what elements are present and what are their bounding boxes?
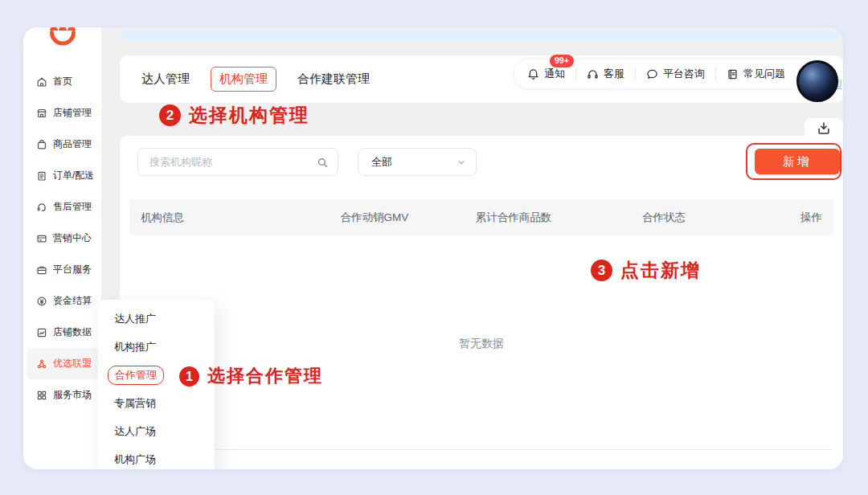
sidebar: 首页 店铺管理 商品管理 订单/配送 售后管理 营销中心 bbox=[23, 27, 101, 469]
submenu-label: 机构广场 bbox=[114, 452, 156, 467]
download-icon bbox=[817, 121, 831, 142]
annotation-step-2: 2 选择机构管理 bbox=[159, 103, 309, 128]
market-icon bbox=[36, 390, 47, 401]
sidebar-item-label: 平台服务 bbox=[53, 263, 92, 276]
submenu-label: 达人广场 bbox=[114, 424, 156, 439]
sidebar-item-aftersales-manage[interactable]: 售后管理 bbox=[27, 191, 100, 223]
col-actions: 操作 bbox=[800, 199, 822, 235]
submenu-item-exclusive-marketing[interactable]: 专属营销 bbox=[98, 389, 215, 417]
sidebar-item-platform-services[interactable]: 平台服务 bbox=[27, 254, 100, 285]
sidebar-item-label: 商品管理 bbox=[53, 137, 92, 151]
sidebar-item-label: 订单/配送 bbox=[53, 169, 94, 182]
col-coop-gmv: 合作动销GMV bbox=[310, 199, 439, 235]
faq-button[interactable]: 常见问题 bbox=[727, 67, 785, 81]
divider bbox=[635, 68, 636, 80]
divider bbox=[715, 68, 716, 80]
submenu-label: 达人推广 bbox=[114, 312, 156, 326]
tab-bar: 达人管理 机构管理 合作建联管理 通知 99+ 客服 bbox=[120, 55, 843, 103]
tab-daren-manage[interactable]: 达人管理 bbox=[141, 72, 190, 87]
submenu-label: 机构推广 bbox=[114, 340, 156, 354]
sidebar-item-label: 售后管理 bbox=[53, 200, 92, 214]
col-total-products: 累计合作商品数 bbox=[449, 199, 578, 235]
sidebar-item-home[interactable]: 首页 bbox=[27, 66, 100, 97]
product-icon bbox=[36, 139, 47, 150]
sidebar-item-label: 营销中心 bbox=[53, 231, 92, 245]
chevron-down-icon bbox=[457, 158, 466, 167]
sidebar-item-label: 店铺数据 bbox=[53, 325, 92, 339]
platform-consult-label: 平台咨询 bbox=[663, 67, 705, 81]
quick-actions-bar: 通知 99+ 客服 平台咨询 常见问题 bbox=[514, 59, 828, 89]
faq-doc-icon bbox=[727, 68, 739, 80]
order-icon bbox=[36, 170, 47, 182]
data-icon bbox=[36, 327, 47, 338]
sidebar-item-label: 店铺管理 bbox=[53, 106, 92, 120]
submenu-item-org-promo[interactable]: 机构推广 bbox=[98, 333, 215, 361]
funds-icon bbox=[36, 296, 47, 307]
annotation-step-1: 1 选择合作管理 bbox=[179, 364, 323, 388]
bell-icon bbox=[527, 68, 539, 80]
notification-badge: 99+ bbox=[550, 55, 574, 68]
empty-state-text: 暂无数据 bbox=[120, 337, 843, 351]
sidebar-item-service-market[interactable]: 服务市场 bbox=[27, 379, 100, 411]
tab-org-manage[interactable]: 机构管理 bbox=[211, 67, 276, 92]
sidebar-item-funds-settlement[interactable]: 资金结算 bbox=[27, 285, 100, 317]
search-org-field bbox=[137, 148, 338, 176]
step-1-number: 1 bbox=[179, 366, 199, 387]
chat-icon bbox=[646, 68, 658, 80]
step-3-number: 3 bbox=[591, 260, 612, 281]
divider bbox=[575, 68, 576, 80]
submenu-item-daren-plaza[interactable]: 达人广场 bbox=[98, 417, 215, 445]
table-header-row: 机构信息 合作动销GMV 累计合作商品数 合作状态 操作 bbox=[129, 199, 833, 235]
export-button[interactable] bbox=[805, 118, 843, 142]
sidebar-item-shop-data[interactable]: 店铺数据 bbox=[27, 317, 100, 348]
submenu-item-daren-promo[interactable]: 达人推广 bbox=[98, 305, 215, 333]
alliance-icon bbox=[36, 358, 47, 370]
sidebar-item-orders-delivery[interactable]: 订单/配送 bbox=[27, 160, 100, 191]
notice-banner bbox=[120, 31, 840, 41]
step-1-text: 选择合作管理 bbox=[207, 364, 323, 388]
annotation-step-3: 3 点击新增 bbox=[591, 258, 701, 283]
step-3-text: 点击新增 bbox=[620, 258, 701, 283]
avatar[interactable] bbox=[796, 60, 838, 102]
search-icon[interactable] bbox=[317, 157, 329, 169]
sidebar-item-label: 服务市场 bbox=[53, 388, 92, 402]
home-icon bbox=[36, 76, 47, 88]
status-filter-select[interactable]: 全部 bbox=[358, 148, 477, 176]
sidebar-item-product-manage[interactable]: 商品管理 bbox=[27, 129, 100, 160]
customer-service-label: 客服 bbox=[604, 67, 624, 81]
table-bottom-divider bbox=[129, 449, 833, 450]
shop-icon bbox=[36, 108, 47, 119]
platform-icon bbox=[36, 264, 47, 276]
search-input[interactable] bbox=[138, 149, 338, 175]
sidebar-item-label: 优选联盟 bbox=[53, 357, 92, 370]
sidebar-item-marketing-center[interactable]: 营销中心 bbox=[27, 223, 100, 254]
submenu-item-org-plaza[interactable]: 机构广场 bbox=[98, 445, 215, 470]
sidebar-item-shop-manage[interactable]: 店铺管理 bbox=[27, 97, 100, 129]
platform-consult-button[interactable]: 平台咨询 bbox=[646, 67, 705, 81]
marketing-icon bbox=[36, 233, 47, 244]
aftersales-icon bbox=[36, 202, 47, 213]
notifications-label: 通知 bbox=[544, 67, 565, 81]
app-window: 达人管理 机构管理 合作建联管理 通知 99+ 客服 bbox=[23, 27, 844, 470]
submenu-label-active: 合作管理 bbox=[108, 366, 164, 385]
submenu-label: 专属营销 bbox=[114, 396, 156, 411]
sidebar-nav: 首页 店铺管理 商品管理 订单/配送 售后管理 营销中心 bbox=[27, 66, 100, 411]
sidebar-item-label: 资金结算 bbox=[53, 294, 92, 308]
sidebar-item-alliance[interactable]: 优选联盟 bbox=[27, 348, 100, 379]
status-filter-value: 全部 bbox=[371, 155, 392, 170]
faq-label: 常见问题 bbox=[743, 67, 785, 81]
step-2-number: 2 bbox=[159, 104, 181, 126]
col-coop-status: 合作状态 bbox=[600, 199, 728, 235]
annotation-highlight-box bbox=[746, 143, 841, 180]
customer-service-button[interactable]: 客服 bbox=[587, 67, 624, 81]
org-manage-panel: 全部 3 点击新增 新增 机构信息 合作动销GMV 累计合作商品数 合作状态 操… bbox=[120, 136, 843, 470]
headset-icon bbox=[587, 68, 599, 80]
doudian-logo-icon bbox=[45, 27, 80, 47]
tab-coop-link-manage[interactable]: 合作建联管理 bbox=[297, 72, 370, 87]
notifications-button[interactable]: 通知 bbox=[527, 67, 565, 81]
step-2-text: 选择机构管理 bbox=[189, 103, 309, 128]
sidebar-item-label: 首页 bbox=[53, 75, 72, 88]
col-org-info: 机构信息 bbox=[141, 199, 184, 235]
